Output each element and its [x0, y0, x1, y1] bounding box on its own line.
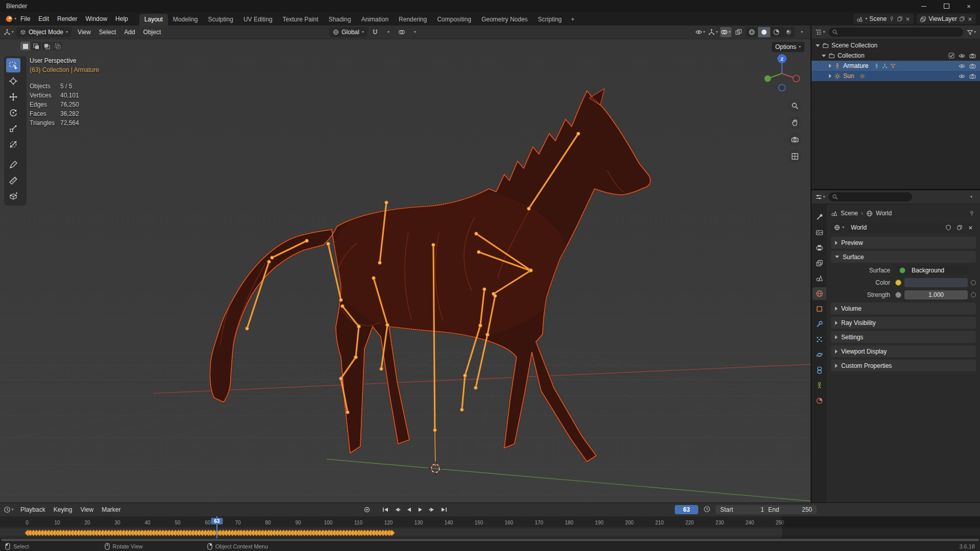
menu-help[interactable]: Help [111, 14, 132, 24]
current-frame-field[interactable]: 63 [675, 505, 698, 514]
prop-tab-scene[interactable] [813, 272, 826, 285]
color-swatch-field[interactable] [904, 278, 968, 287]
animate-color-dot[interactable] [971, 280, 976, 285]
auto-keying-toggle[interactable] [361, 505, 372, 514]
jump-to-start-button[interactable] [380, 505, 390, 514]
menu-window[interactable]: Window [81, 14, 111, 24]
outliner-filter-button[interactable]: ▾ [966, 27, 977, 37]
use-preview-range-icon[interactable] [703, 506, 710, 513]
timeline-menu-keying[interactable]: Keying [50, 505, 77, 515]
browse-world-button[interactable]: ▾ [831, 222, 847, 233]
expand-icon[interactable] [816, 44, 820, 47]
minimize-button[interactable] [913, 0, 935, 12]
workspace-tab-scripting[interactable]: Scripting [533, 14, 567, 26]
properties-editor-type-button[interactable]: ▾ [815, 192, 826, 202]
shading-solid-button[interactable] [758, 27, 770, 37]
tool-scale[interactable] [6, 121, 20, 136]
timeline-menu-view[interactable]: View [76, 505, 97, 515]
object-visibility-dropdown[interactable]: ▾ [695, 27, 706, 37]
menu-file[interactable]: File [16, 14, 34, 24]
viewport-menu-object[interactable]: Object [139, 27, 165, 37]
hide-in-viewport-icon[interactable] [959, 63, 965, 69]
copy-viewlayer-icon[interactable] [959, 16, 965, 22]
gizmos-dropdown[interactable]: ▾ [707, 27, 719, 37]
orthographic-toggle-icon[interactable] [788, 149, 801, 163]
strength-socket-icon[interactable] [895, 292, 901, 298]
navigation-gizmo[interactable]: Z [761, 52, 803, 95]
panel-volume[interactable]: Volume [831, 303, 976, 314]
workspace-tab-rendering[interactable]: Rendering [394, 14, 432, 26]
prop-tab-world[interactable] [813, 287, 826, 300]
prev-keyframe-button[interactable] [391, 505, 402, 514]
workspace-tab-modeling[interactable]: Modeling [168, 14, 203, 26]
properties-search-input[interactable] [828, 192, 912, 202]
pin-icon[interactable] [889, 16, 895, 22]
outliner-row-armature[interactable]: Armature [812, 61, 980, 71]
breadcrumb-options-icon[interactable] [969, 210, 975, 216]
viewport-canvas[interactable] [0, 39, 811, 503]
frame-start-field[interactable]: Start 1 [716, 505, 769, 514]
editor-type-button[interactable]: ▾ [3, 27, 14, 37]
play-reverse-button[interactable] [403, 505, 414, 514]
expand-icon[interactable] [829, 74, 831, 78]
outliner-row-sun[interactable]: Sun [812, 71, 980, 81]
remove-viewlayer-icon[interactable] [967, 16, 973, 22]
disable-in-render-icon[interactable] [969, 73, 976, 80]
menu-render[interactable]: Render [53, 14, 81, 24]
strength-value-field[interactable]: 1.000 [904, 290, 968, 299]
select-mode-intersect[interactable] [53, 42, 62, 51]
workspace-tab-shading[interactable]: Shading [324, 14, 356, 26]
panel-preview[interactable]: Preview [831, 237, 976, 248]
proportional-editing-toggle[interactable] [396, 27, 407, 37]
tool-add-primitive[interactable] [6, 189, 20, 204]
timeline-menu-marker[interactable]: Marker [97, 505, 125, 515]
outliner-search-input[interactable] [828, 28, 963, 37]
disable-in-render-icon[interactable] [969, 63, 976, 69]
prop-tab-particles[interactable] [813, 333, 826, 346]
hide-in-viewport-icon[interactable] [959, 73, 965, 80]
close-button[interactable]: × [958, 0, 980, 12]
shading-wireframe-button[interactable] [746, 27, 758, 37]
timeline-editor-type-button[interactable]: ▾ [3, 505, 14, 515]
horse-mesh[interactable] [210, 89, 650, 462]
tool-annotate[interactable] [6, 158, 20, 172]
blender-logo[interactable] [4, 14, 13, 23]
world-name-field[interactable]: World [848, 222, 942, 233]
menu-edit[interactable]: Edit [34, 14, 53, 24]
options-button[interactable]: Options ▾ [772, 42, 804, 52]
new-world-copy-button[interactable] [954, 222, 965, 233]
prop-tab-physics[interactable] [813, 348, 826, 361]
shading-material-button[interactable] [770, 27, 782, 37]
unlink-world-button[interactable] [965, 222, 976, 233]
tool-transform[interactable] [6, 137, 20, 152]
prop-tab-modifiers[interactable] [813, 318, 826, 331]
outliner-row-scene-collection[interactable]: Scene Collection [812, 40, 980, 51]
playhead-frame-badge[interactable]: 63 [211, 518, 223, 524]
viewport-menu-select[interactable]: Select [95, 27, 120, 37]
viewlayer-selector[interactable]: ViewLayer [917, 14, 976, 24]
select-mode-set[interactable] [20, 42, 30, 51]
prop-tab-output[interactable] [813, 241, 826, 254]
workspace-tab-animation[interactable]: Animation [356, 14, 394, 26]
workspace-tab-sculpting[interactable]: Sculpting [203, 14, 238, 26]
workspace-tab-geometry-nodes[interactable]: Geometry Nodes [476, 14, 533, 26]
panel-ray-visibility[interactable]: Ray Visibility [831, 317, 976, 329]
mode-dropdown[interactable]: Object Mode ▾ [16, 27, 71, 37]
breadcrumb-scene-label[interactable]: Scene [841, 210, 858, 217]
panel-settings[interactable]: Settings [831, 331, 976, 343]
play-button[interactable] [415, 505, 426, 514]
disable-in-render-icon[interactable] [969, 53, 976, 59]
prop-tab-object-data[interactable] [813, 379, 826, 392]
tool-rotate[interactable] [6, 106, 20, 120]
scene-selector[interactable]: ▾ Scene [853, 14, 914, 24]
expand-icon[interactable] [829, 64, 831, 68]
workspace-tab-uv-editing[interactable]: UV Editing [238, 14, 278, 26]
overlays-dropdown[interactable]: ▾ [720, 27, 731, 37]
prop-tab-tool[interactable] [813, 211, 826, 223]
viewport-menu-add[interactable]: Add [120, 27, 139, 37]
camera-view-icon[interactable] [788, 133, 801, 146]
workspace-tab-layout[interactable]: Layout [139, 14, 168, 26]
hide-in-viewport-icon[interactable] [959, 53, 965, 59]
tool-measure[interactable] [6, 173, 20, 188]
tool-cursor[interactable] [6, 74, 20, 88]
